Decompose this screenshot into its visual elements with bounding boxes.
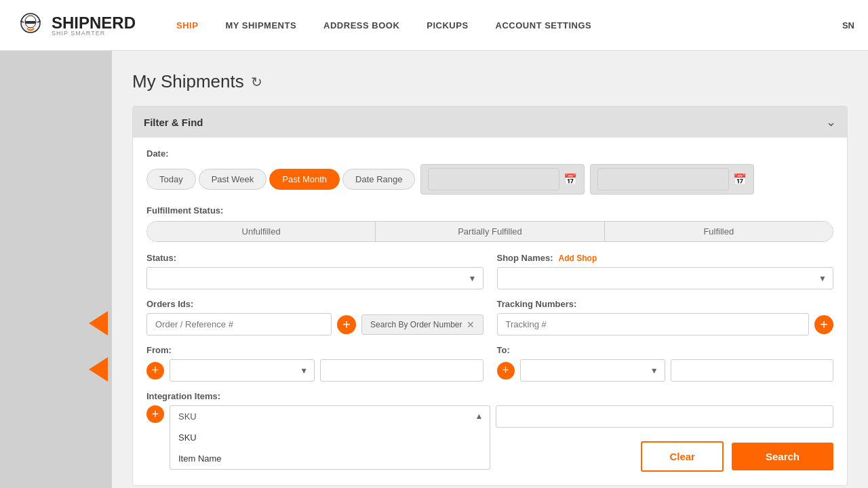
date-end-picker[interactable]: 📅	[590, 164, 754, 195]
from-to-row: From: + ▼ T	[146, 345, 833, 391]
integration-add-button[interactable]: +	[146, 405, 164, 423]
logo: SHIP NERD SHIP SMARTER	[14, 8, 136, 42]
integration-group: Integration Items: + SKU Item Name ▲	[146, 391, 833, 428]
shop-names-select-wrap: ▼	[497, 267, 834, 289]
search-button[interactable]: Search	[732, 443, 833, 470]
to-text-input[interactable]	[671, 359, 833, 382]
navigation: SHIP NERD SHIP SMARTER SHIP MY SHIPMENTS…	[0, 0, 868, 51]
date-row: Today Past Week Past Month Date Range 📅 …	[146, 164, 833, 195]
integration-text-input[interactable]	[496, 405, 834, 428]
fulfillment-partially-button[interactable]: Partially Fulfilled	[376, 222, 604, 241]
order-add-button[interactable]: +	[337, 315, 356, 334]
date-start-picker[interactable]: 📅	[420, 164, 585, 195]
integration-row: + SKU Item Name ▲ SKU It	[146, 405, 833, 428]
status-group: Status: ▼	[146, 253, 484, 289]
calendar-start-icon: 📅	[564, 173, 577, 186]
status-select-wrap: ▼	[146, 267, 484, 289]
filter-box: Filter & Find ⌄ Date: Today Past Week Pa…	[132, 106, 848, 486]
order-ids-row: + Search By Order Number ✕	[146, 313, 484, 336]
arrow-2	[89, 357, 108, 382]
orders-tracking-row: Orders Ids: + Search By Order Number ✕	[146, 299, 833, 345]
chevron-down-icon: ⌄	[826, 115, 836, 129]
tracking-add-button[interactable]: +	[814, 315, 833, 334]
nav-pickups[interactable]: PICKUPS	[427, 20, 468, 30]
sidebar	[0, 51, 112, 488]
date-range-button[interactable]: Date Range	[342, 169, 415, 190]
tracking-input-wrap	[497, 313, 810, 336]
page-title: My Shipments	[132, 71, 244, 92]
integration-select-inner: SKU Item Name ▲	[170, 405, 490, 427]
nav-user[interactable]: SN	[842, 20, 854, 30]
shop-names-label: Shop Names: Add Shop	[497, 253, 834, 263]
svg-rect-2	[25, 21, 36, 24]
refresh-icon[interactable]: ↻	[251, 74, 262, 90]
date-start-input[interactable]	[428, 168, 559, 190]
search-by-order-label: Search By Order Number	[370, 320, 462, 329]
to-select-wrap: ▼	[520, 359, 665, 382]
main-content: My Shipments ↻ Filter & Find ⌄ Date: Tod…	[112, 51, 868, 488]
date-end-input[interactable]	[597, 168, 729, 190]
from-select-wrap: ▼	[170, 359, 315, 382]
nav-ship[interactable]: SHIP	[176, 20, 198, 30]
integration-select-wrap: SKU Item Name ▲ SKU Item Name	[170, 405, 490, 427]
nav-items: SHIP MY SHIPMENTS ADDRESS BOOK PICKUPS A…	[176, 20, 842, 30]
filter-title: Filter & Find	[144, 117, 203, 128]
sku-option[interactable]: SKU	[170, 427, 490, 448]
nav-address-book[interactable]: ADDRESS BOOK	[323, 20, 399, 30]
tracking-row: +	[497, 313, 834, 336]
date-past-month-button[interactable]: Past Month	[269, 169, 340, 190]
to-group: To: + ▼	[497, 345, 834, 382]
to-add-button[interactable]: +	[497, 362, 515, 380]
order-id-input[interactable]	[146, 313, 332, 336]
from-label: From:	[146, 345, 484, 355]
fulfillment-label: Fulfillment Status:	[146, 205, 833, 216]
layout: My Shipments ↻ Filter & Find ⌄ Date: Tod…	[0, 51, 868, 488]
to-row: + ▼	[497, 359, 834, 382]
to-label: To:	[497, 345, 834, 355]
order-ids-group: Orders Ids: + Search By Order Number ✕	[146, 299, 484, 336]
calendar-end-icon: 📅	[733, 173, 747, 186]
item-name-option[interactable]: Item Name	[170, 448, 490, 469]
date-label: Date:	[146, 148, 833, 159]
fulfillment-status-row: Unfulfilled Partially Fulfilled Fulfille…	[146, 221, 833, 242]
clear-button[interactable]: Clear	[641, 441, 724, 472]
from-row: + ▼	[146, 359, 484, 382]
integration-select[interactable]: SKU Item Name	[170, 405, 490, 427]
from-group: From: + ▼	[146, 345, 484, 382]
tracking-numbers-label: Tracking Numbers:	[497, 299, 834, 309]
filter-header[interactable]: Filter & Find ⌄	[133, 106, 847, 138]
tracking-input[interactable]	[497, 313, 810, 336]
integration-label: Integration Items:	[146, 391, 833, 401]
to-select[interactable]	[520, 359, 665, 382]
add-shop-link[interactable]: Add Shop	[559, 253, 597, 263]
from-select[interactable]	[170, 359, 315, 382]
fulfillment-fulfilled-button[interactable]: Fulfilled	[605, 222, 833, 241]
nav-my-shipments[interactable]: MY SHIPMENTS	[225, 20, 296, 30]
order-ids-label: Orders Ids:	[146, 299, 484, 309]
integration-dropdown: SKU Item Name	[170, 427, 490, 470]
tracking-numbers-group: Tracking Numbers: +	[497, 299, 834, 336]
nav-account-settings[interactable]: ACCOUNT SETTINGS	[496, 20, 592, 30]
search-by-order-tag[interactable]: Search By Order Number ✕	[361, 314, 483, 335]
remove-order-tag-icon[interactable]: ✕	[467, 319, 475, 330]
page-title-row: My Shipments ↻	[132, 71, 848, 92]
shop-names-select[interactable]	[497, 267, 834, 289]
shop-names-group: Shop Names: Add Shop ▼	[497, 253, 834, 289]
filter-body: Date: Today Past Week Past Month Date Ra…	[133, 138, 847, 485]
status-shop-row: Status: ▼ Shop Names: Add Shop	[146, 253, 833, 299]
date-today-button[interactable]: Today	[146, 169, 196, 190]
from-text-input[interactable]	[320, 359, 483, 382]
logo-icon	[14, 8, 47, 42]
date-past-week-button[interactable]: Past Week	[199, 169, 267, 190]
status-select[interactable]	[146, 267, 484, 289]
order-input-wrap	[146, 313, 332, 336]
from-add-button[interactable]: +	[146, 362, 164, 380]
fulfillment-unfulfilled-button[interactable]: Unfulfilled	[147, 222, 376, 241]
arrow-1	[89, 311, 108, 336]
status-label: Status:	[146, 253, 484, 263]
